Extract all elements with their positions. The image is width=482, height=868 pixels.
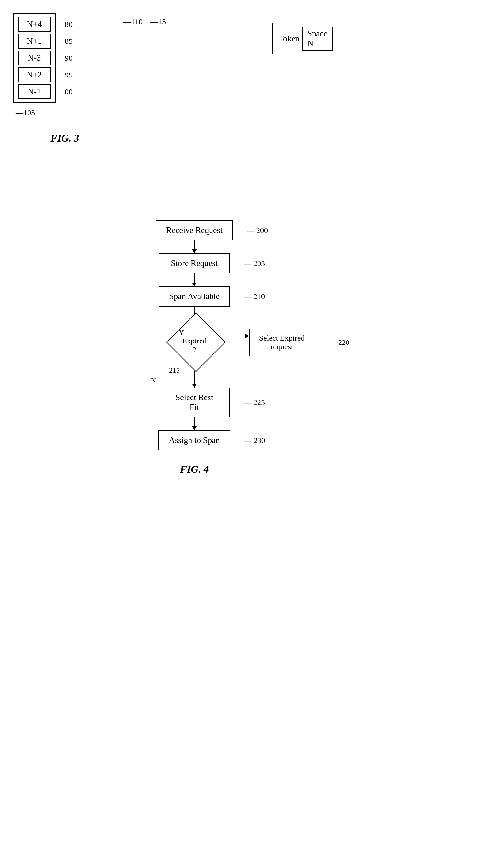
store-request-box: Store Request ― 205	[159, 253, 230, 274]
arrow-receive-store	[194, 240, 195, 253]
n-label: N	[151, 376, 156, 385]
ref-205: ― 205	[244, 259, 265, 268]
fig3-caption: FIG. 3	[13, 132, 117, 144]
queue-box: N+4 80 N+1 85 N-3 90 N+2 95 N-1 100	[13, 13, 56, 103]
ref-210: ― 210	[244, 292, 265, 301]
token-ref-15: ―15	[150, 18, 166, 26]
ref-85: 85	[65, 37, 72, 46]
queue-item-nm3: N-3 90	[18, 51, 51, 65]
h-arrow-y	[178, 336, 249, 336]
ref-230: ― 230	[244, 436, 265, 445]
arrow-store-span	[194, 274, 195, 286]
ref-100: 100	[61, 88, 72, 96]
ref-90: 90	[65, 54, 72, 63]
queue-item-n1: N+1 85	[18, 34, 51, 49]
queue-item-n2: N+2 95	[18, 67, 51, 82]
ref-95: 95	[65, 71, 72, 80]
ref-200: ― 200	[247, 226, 268, 235]
assign-to-span-box: Assign to Span ― 230	[158, 430, 230, 451]
arrow-best-assign	[194, 417, 195, 430]
fig3-diagram: N+4 80 N+1 85 N-3 90 N+2 95 N-1 100 ―105	[13, 13, 117, 144]
fig4-diagram: Receive Request ― 200 Store Request ― 20…	[49, 220, 340, 475]
select-expired-box: Select Expiredrequest ― 220	[250, 329, 314, 356]
ref-105: ―105	[15, 108, 35, 117]
token-ref-110: ―110	[123, 18, 142, 26]
token-box: Token Space N	[272, 23, 339, 55]
space-n-box: Space N	[302, 27, 333, 51]
queue-item-nm1: N-1 100	[18, 84, 51, 99]
y-label: Y	[179, 329, 184, 337]
arrow-expired-best	[194, 371, 195, 388]
expired-text: Expired ?	[182, 337, 207, 354]
ref-80: 80	[65, 20, 72, 29]
select-expired-wrapper: Select Expiredrequest ― 220	[250, 329, 314, 356]
queue-item-n4: N+4 80	[18, 17, 51, 32]
span-available-box: Span Available ― 210	[159, 286, 230, 307]
ref-215: ―215	[162, 366, 180, 375]
ref-220: ― 220	[330, 338, 350, 347]
select-best-fit-box: Select BestFit ― 225	[159, 388, 230, 417]
receive-request-box: Receive Request ― 200	[156, 220, 233, 240]
ref-225: ― 225	[244, 398, 265, 407]
expired-decision: Expired ? ―215 Y Select Expiredrequest ―…	[130, 319, 259, 371]
fig4-caption: FIG. 4	[49, 463, 340, 475]
token-label: Token	[279, 34, 300, 43]
